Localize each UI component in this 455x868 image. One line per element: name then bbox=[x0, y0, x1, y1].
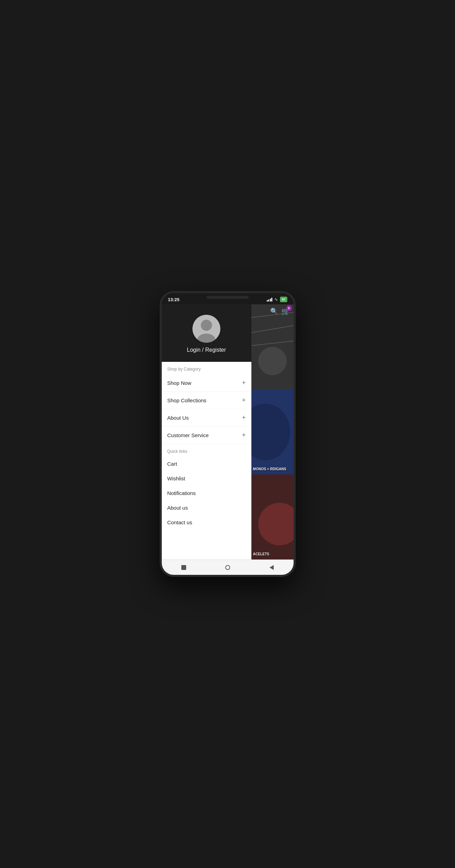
menu-item-shop-now[interactable]: Shop Now + bbox=[162, 374, 251, 392]
bg-image-3: ACELETS bbox=[251, 474, 294, 559]
about-us-label: About Us bbox=[167, 415, 189, 421]
quick-link-cart[interactable]: Cart bbox=[162, 457, 251, 471]
search-icon: 🔍 bbox=[270, 308, 278, 315]
overlay-text-2: ACELETS bbox=[253, 552, 270, 556]
shop-now-plus-icon: + bbox=[242, 379, 246, 387]
shop-by-category-section: Shop by Category Shop Now + Shop Collect… bbox=[162, 362, 251, 444]
shop-by-category-label: Shop by Category bbox=[162, 362, 251, 374]
app-header: 🔍 🛒 0 bbox=[280, 304, 294, 318]
search-button[interactable]: 🔍 bbox=[270, 307, 278, 315]
phone-frame: 13:25 ∿ 87 🔍 bbox=[160, 291, 296, 577]
circle-icon bbox=[225, 565, 230, 570]
status-bar: 13:25 ∿ 87 bbox=[162, 293, 294, 304]
shop-now-label: Shop Now bbox=[167, 380, 191, 386]
quick-links-label: Quick links bbox=[162, 444, 251, 457]
status-time: 13:25 bbox=[168, 297, 180, 302]
overlay-text-1: MONOS + RDIGANS bbox=[253, 467, 286, 471]
user-section[interactable]: Login / Register bbox=[162, 304, 251, 362]
wishlist-label: Wishlist bbox=[167, 475, 185, 481]
wifi-icon: ∿ bbox=[274, 297, 278, 302]
contact-us-label: Contact us bbox=[167, 519, 192, 525]
nav-recent-button[interactable] bbox=[267, 563, 276, 572]
avatar-svg bbox=[192, 315, 220, 343]
about-us-quick-label: About us bbox=[167, 505, 188, 511]
customer-service-plus-icon: + bbox=[242, 432, 246, 439]
about-us-plus-icon: + bbox=[242, 414, 246, 421]
square-icon bbox=[181, 565, 186, 570]
main-content: 🔍 🛒 0 MONOS + RDIGANS ACELETS bbox=[162, 304, 294, 559]
background-images: 🔍 🛒 0 MONOS + RDIGANS ACELETS bbox=[251, 304, 294, 559]
quick-links-section: Quick links Cart Wishlist Notifications … bbox=[162, 444, 251, 533]
bottom-nav bbox=[162, 559, 294, 575]
quick-link-notifications[interactable]: Notifications bbox=[162, 486, 251, 501]
avatar bbox=[192, 315, 220, 343]
signal-icon bbox=[267, 297, 273, 302]
battery-indicator: 87 bbox=[280, 297, 287, 302]
phone-screen: 13:25 ∿ 87 🔍 bbox=[162, 293, 294, 575]
svg-point-1 bbox=[201, 320, 212, 331]
quick-link-wishlist[interactable]: Wishlist bbox=[162, 471, 251, 486]
back-arrow-icon bbox=[270, 565, 274, 570]
quick-link-about-us[interactable]: About us bbox=[162, 501, 251, 515]
side-menu: Login / Register Shop by Category Shop N… bbox=[162, 304, 251, 559]
cart-label: Cart bbox=[167, 461, 177, 467]
customer-service-label: Customer Service bbox=[167, 432, 209, 438]
menu-item-customer-service[interactable]: Customer Service + bbox=[162, 427, 251, 444]
cart-badge: 0 bbox=[286, 305, 292, 311]
shop-collections-plus-icon: + bbox=[242, 397, 246, 404]
quick-link-contact-us[interactable]: Contact us bbox=[162, 515, 251, 530]
nav-back-button[interactable] bbox=[180, 563, 188, 572]
notifications-label: Notifications bbox=[167, 490, 196, 496]
status-icons: ∿ 87 bbox=[267, 297, 287, 302]
login-register-label: Login / Register bbox=[187, 347, 226, 353]
shop-collections-label: Shop Collections bbox=[167, 397, 207, 403]
nav-home-button[interactable] bbox=[223, 563, 232, 572]
phone-notch bbox=[207, 296, 249, 299]
menu-item-about-us[interactable]: About Us + bbox=[162, 409, 251, 427]
menu-item-shop-collections[interactable]: Shop Collections + bbox=[162, 392, 251, 409]
cart-wrapper[interactable]: 🛒 0 bbox=[281, 307, 290, 315]
bg-image-2: MONOS + RDIGANS bbox=[251, 389, 294, 474]
